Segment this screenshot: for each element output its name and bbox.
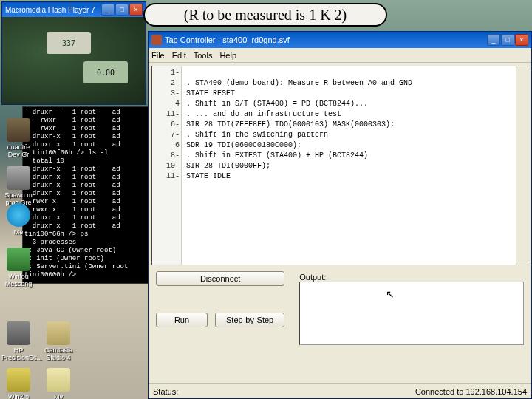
menu-help[interactable]: Help xyxy=(219,51,236,60)
flash-title-text: Macromedia Flash Player 7 xyxy=(5,6,101,14)
status-bar: Status: Connected to 192.168.104.154 xyxy=(149,383,531,398)
app-icon xyxy=(151,35,162,45)
code-editor[interactable]: 1- 2- 3- 4 11- 6- 7- 6 8- 10- 11- . STA4… xyxy=(151,66,528,265)
main-title-text: Tap Controller - sta400_rd0gnd.svf xyxy=(165,35,487,44)
flash-title-bar[interactable]: Macromedia Flash Player 7 _ □ × xyxy=(2,2,146,17)
status-prefix: Status: xyxy=(153,387,178,396)
menu-file[interactable]: File xyxy=(151,51,165,60)
run-button[interactable]: Run xyxy=(156,313,208,327)
flash-content: 337 0.00 xyxy=(2,17,146,104)
desktop-icon-hp[interactable]: HP PrecisionSc... xyxy=(1,321,35,361)
flash-player-window: Macromedia Flash Player 7 _ □ × 337 0.00 xyxy=(1,1,146,105)
desktop-icon-messenger[interactable]: Winlou Messeng xyxy=(1,248,35,287)
menu-bar: File Edit Tools Help xyxy=(149,48,531,63)
hp-icon xyxy=(7,321,30,345)
winzip-icon xyxy=(7,368,30,392)
main-title-bar[interactable]: Tap Controller - sta400_rd0gnd.svf _ □ × xyxy=(149,32,531,48)
tap-controller-window: Tap Controller - sta400_rd0gnd.svf _ □ ×… xyxy=(148,31,532,399)
step-button[interactable]: Step-by-Step xyxy=(215,313,284,327)
menu-tools[interactable]: Tools xyxy=(194,51,213,60)
line-gutter: 1- 2- 3- 4 11- 6- 7- 6 8- 10- 11- xyxy=(152,66,182,265)
close-button[interactable]: × xyxy=(129,4,143,16)
skype-icon xyxy=(7,203,30,227)
vertical-scrollbar[interactable] xyxy=(516,66,528,265)
status-text: Connected to 192.168.104.154 xyxy=(415,387,527,396)
disconnect-button[interactable]: Disconnect xyxy=(156,271,284,286)
menu-edit[interactable]: Edit xyxy=(172,51,186,60)
desktop-icon-skype[interactable]: Me xyxy=(1,203,35,236)
code-content[interactable]: . STA400 (demo board): Measure R between… xyxy=(182,66,516,265)
multimeter-display-2: 0.00 xyxy=(83,61,128,83)
annotation-callout: (R to be measured is 1 K 2) xyxy=(143,3,387,27)
app-icon xyxy=(7,166,30,190)
maximize-button[interactable]: □ xyxy=(115,4,129,16)
messenger-icon xyxy=(7,248,30,271)
multimeter-display-1: 337 xyxy=(47,32,91,54)
folder-icon xyxy=(7,118,30,142)
button-column: Disconnect Run Step-by-Step xyxy=(156,271,284,345)
maximize-button[interactable]: □ xyxy=(501,34,514,46)
desktop-icon-quadtree[interactable]: quadtre Dev Gr xyxy=(1,118,35,158)
close-button[interactable]: × xyxy=(515,34,528,46)
minimize-button[interactable]: _ xyxy=(101,4,115,16)
minimize-button[interactable]: _ xyxy=(487,34,500,46)
desktop-icon-mydocs[interactable]: My Documents xyxy=(41,368,75,399)
desktop-icon-winzip[interactable]: WinZip xyxy=(1,368,35,399)
desktop-icon-spawn[interactable]: Spawn m proc Gre xyxy=(1,166,35,206)
camtasia-icon xyxy=(47,321,70,345)
output-textarea[interactable] xyxy=(299,282,524,345)
folder-icon xyxy=(47,368,70,392)
callout-text: (R to be measured is 1 K 2) xyxy=(184,7,347,24)
output-label: Output: xyxy=(299,273,524,282)
cursor-icon: ↖ xyxy=(386,288,395,300)
desktop-icon-camtasia[interactable]: Camtasia Studio 4 xyxy=(41,321,75,361)
